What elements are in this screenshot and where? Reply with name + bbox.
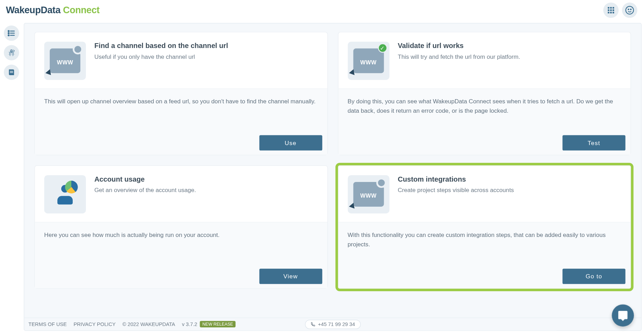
card-subtitle: Useful if you only have the channel url — [94, 53, 228, 60]
card-account-usage: Account usage Get an overview of the acc… — [34, 165, 328, 288]
usage-pie-icon — [44, 175, 86, 213]
svg-rect-7 — [610, 12, 612, 14]
privacy-link[interactable]: PRIVACY POLICY — [73, 321, 116, 327]
svg-rect-5 — [613, 9, 614, 11]
left-sidebar — [0, 21, 23, 333]
svg-point-10 — [628, 9, 629, 10]
card-subtitle: Get an overview of the account usage. — [94, 186, 196, 193]
card-body: With this functionality you can create c… — [338, 222, 630, 264]
use-button[interactable]: Use — [259, 135, 322, 151]
phone-number: +45 71 99 29 34 — [318, 321, 355, 327]
footer-bar: TERMS OF USE PRIVACY POLICY © 2022 WAKEU… — [24, 318, 641, 331]
list-icon[interactable] — [4, 25, 19, 41]
card-title: Find a channel based on the channel url — [94, 42, 228, 50]
svg-rect-8 — [613, 12, 614, 14]
svg-point-18 — [11, 50, 13, 51]
app-logo: WakeupData Connect — [6, 5, 100, 16]
main-content: WWW Find a channel based on the channel … — [24, 23, 642, 331]
card-title: Custom integrations — [398, 175, 514, 183]
svg-point-11 — [630, 9, 631, 10]
svg-point-16 — [8, 35, 9, 36]
version-text: v 3.7.2 — [182, 321, 197, 327]
phone-pill[interactable]: +45 71 99 29 34 — [305, 319, 360, 329]
card-body: This will open up channel overview based… — [35, 88, 327, 131]
svg-point-14 — [8, 33, 9, 34]
svg-rect-1 — [610, 7, 612, 9]
svg-rect-2 — [613, 7, 614, 9]
user-avatar-icon[interactable] — [622, 2, 637, 18]
test-button[interactable]: Test — [563, 135, 626, 151]
svg-rect-19 — [10, 71, 13, 72]
logo-part-1: WakeupData — [6, 5, 61, 16]
goto-button[interactable]: Go to — [563, 269, 626, 284]
svg-rect-20 — [10, 72, 13, 73]
svg-rect-3 — [608, 9, 610, 11]
book-icon[interactable] — [4, 65, 19, 80]
card-title: Account usage — [94, 175, 196, 183]
card-body: By doing this, you can see what WakeupDa… — [338, 88, 630, 131]
app-header: WakeupData Connect — [0, 0, 644, 21]
svg-rect-0 — [608, 7, 610, 9]
svg-point-12 — [8, 31, 9, 32]
apps-grid-icon[interactable] — [603, 2, 619, 18]
tools-icon[interactable] — [4, 45, 19, 61]
terms-link[interactable]: TERMS OF USE — [29, 321, 67, 327]
chat-fab-icon[interactable] — [612, 304, 634, 327]
new-release-badge[interactable]: NEW RELEASE — [200, 321, 236, 327]
logo-part-2: Connect — [63, 5, 100, 16]
card-subtitle: This will try and fetch the url from our… — [398, 53, 520, 60]
card-validate-url: WWW✓ Validate if url works This will try… — [338, 32, 631, 155]
card-body: Here you can see how much is actually be… — [35, 222, 327, 264]
card-find-channel: WWW Find a channel based on the channel … — [34, 32, 328, 155]
card-custom-integrations: WWW Custom integrations Create project s… — [338, 165, 631, 288]
card-subtitle: Create project steps visible across acco… — [398, 186, 514, 193]
svg-rect-4 — [610, 9, 612, 11]
www-check-icon: WWW✓ — [348, 42, 389, 80]
www-search-icon: WWW — [44, 42, 86, 80]
copyright-text: © 2022 WAKEUPDATA — [122, 321, 175, 327]
www-search-icon: WWW — [348, 175, 389, 213]
svg-rect-6 — [608, 12, 610, 14]
svg-point-9 — [626, 6, 634, 14]
view-button[interactable]: View — [259, 269, 322, 284]
card-title: Validate if url works — [398, 42, 520, 50]
